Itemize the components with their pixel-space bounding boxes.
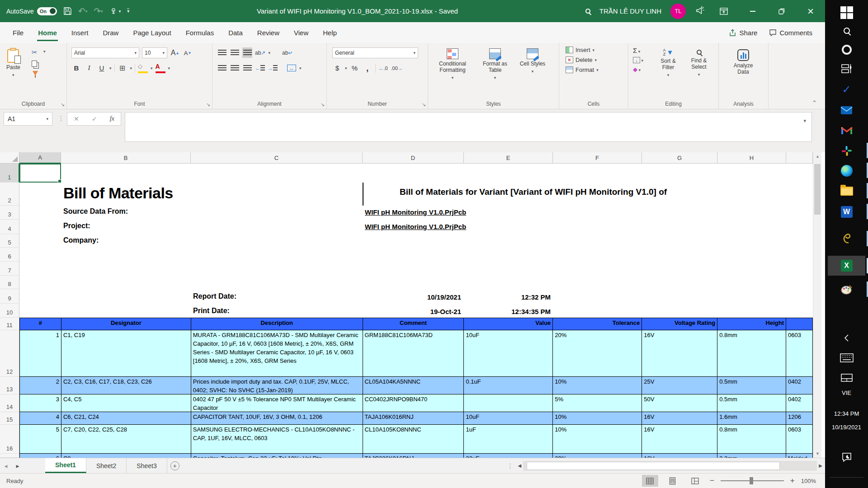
sheet-nav-next-icon[interactable]: ▸ (12, 458, 24, 473)
paint-app-icon[interactable] (836, 281, 858, 299)
bottom-align-icon[interactable] (242, 47, 252, 58)
tab-data[interactable]: Data (221, 24, 250, 41)
orientation-caret[interactable]: ▾ (268, 51, 270, 55)
clear-button[interactable]: ◆ ▾ (633, 66, 643, 73)
tab-home[interactable]: Home (31, 24, 64, 41)
borders-caret[interactable]: ▾ (130, 66, 132, 70)
tab-formulas[interactable]: Formulas (179, 24, 222, 41)
search-icon[interactable] (585, 7, 590, 15)
decrease-decimal-icon[interactable]: .00→ (391, 63, 403, 73)
table-row[interactable]: 1 C1, C19 MURATA - GRM188C81C106MA73D - … (20, 330, 813, 377)
scroll-down-icon[interactable]: ▼ (813, 451, 822, 456)
gmail-icon[interactable] (836, 122, 858, 140)
new-sheet-button[interactable]: + (167, 458, 183, 473)
row-header-17-partial[interactable] (0, 454, 19, 458)
insert-function-icon[interactable]: fx (110, 115, 114, 122)
ribbon-display-options-icon[interactable] (714, 0, 734, 22)
comments-button[interactable]: Comments (769, 29, 812, 37)
touch-mode-icon[interactable]: ▾ (109, 7, 121, 15)
font-color-caret[interactable]: ▾ (168, 66, 170, 70)
share-button[interactable]: Share (729, 29, 757, 37)
top-align-icon[interactable] (217, 47, 227, 58)
orientation-icon[interactable]: ab↗ (255, 47, 265, 58)
table-row[interactable]: 5 C7, C20, C22, C25, C28 SAMSUNG ELECTRO… (20, 425, 813, 454)
close-button[interactable]: × (801, 0, 821, 22)
decrease-indent-icon[interactable]: ← (255, 63, 265, 73)
formula-input[interactable]: ▾ (125, 112, 812, 142)
row-header-9[interactable]: 9 (0, 289, 19, 304)
tab-insert[interactable]: Insert (64, 24, 96, 41)
borders-icon[interactable]: ⊞ (118, 63, 127, 73)
hscroll-left-icon[interactable]: ◀ (518, 463, 522, 468)
font-color-icon[interactable]: A (156, 63, 165, 73)
normal-view-icon[interactable] (642, 475, 658, 487)
zoom-in-icon[interactable]: + (790, 476, 795, 485)
taskbar-chevron-icon[interactable] (836, 329, 858, 347)
clock-date[interactable]: 10/19/2021 (825, 424, 868, 431)
select-all-corner[interactable] (0, 152, 19, 164)
font-name-select[interactable]: Arial▾ (71, 47, 139, 58)
conditional-formatting-button[interactable]: Conditional Formatting ▾ (430, 46, 475, 82)
decrease-font-icon[interactable]: A▼ (183, 48, 193, 58)
tab-draw[interactable]: Draw (95, 24, 126, 41)
excel-app-icon[interactable]: X (836, 257, 858, 275)
cell-styles-button[interactable]: Cell Styles ▾ (515, 46, 550, 82)
edge-browser-icon[interactable] (836, 162, 858, 180)
delete-cells-button[interactable]: ✕ Delete▾ (566, 56, 599, 63)
autosave-toggle[interactable]: AutoSave On (6, 7, 57, 15)
increase-font-icon[interactable]: A▲ (170, 48, 180, 58)
hscroll-thumb[interactable] (527, 462, 780, 470)
minimize-button[interactable] (743, 0, 763, 22)
hscroll-track[interactable] (523, 461, 817, 471)
taskbar-search-icon[interactable] (836, 22, 858, 40)
percent-icon[interactable]: % (350, 63, 360, 73)
font-size-select[interactable]: 10▾ (142, 47, 167, 58)
vertical-scrollbar[interactable]: ▲ ▼ (813, 152, 821, 458)
col-header-A[interactable]: A (19, 152, 61, 164)
align-right-icon[interactable] (242, 63, 252, 73)
currency-caret[interactable]: ▾ (345, 66, 347, 70)
middle-align-icon[interactable] (230, 47, 240, 58)
copy-icon[interactable] (32, 61, 37, 67)
col-header-D[interactable]: D (363, 152, 464, 164)
merge-center-icon[interactable]: ↔ (287, 63, 297, 73)
merge-center-caret[interactable]: ▾ (299, 66, 302, 70)
bold-button[interactable]: B (71, 63, 81, 73)
cut-icon[interactable]: ✂ (32, 48, 38, 56)
gold-app-icon[interactable] (836, 230, 858, 248)
paste-button[interactable]: Paste ▾ (4, 47, 23, 79)
sort-filter-button[interactable]: AZ ▼ Sort & Filter ▾ (654, 46, 683, 79)
autosave-switch[interactable]: On (37, 7, 57, 15)
row-header-5[interactable]: 5 (0, 234, 19, 248)
tab-review[interactable]: Review (250, 24, 287, 41)
row-header-14[interactable]: 14 (0, 394, 19, 412)
row-header-3[interactable]: 3 (0, 206, 19, 220)
collapse-ribbon-icon[interactable]: ⌃ (812, 99, 817, 106)
row-header-4[interactable]: 4 (0, 220, 19, 234)
number-dialog-launcher[interactable]: ↘ (422, 102, 426, 108)
hscroll-right-icon[interactable]: ▶ (819, 463, 822, 468)
row-header-16[interactable]: 16 (0, 425, 19, 454)
alignment-dialog-launcher[interactable]: ↘ (321, 102, 325, 108)
table-row[interactable]: 3 C4, C5 0402 47 pF 50 V ±5 % Tolerance … (20, 394, 813, 412)
zoom-level[interactable]: 100% (801, 478, 816, 484)
italic-button[interactable]: I (84, 63, 94, 73)
confirm-entry-icon[interactable]: ✓ (92, 115, 97, 122)
row-header-15[interactable]: 15 (0, 412, 19, 425)
row-header-10[interactable]: 10 (0, 304, 19, 318)
row-header-13[interactable]: 13 (0, 377, 19, 394)
cancel-entry-icon[interactable]: ✕ (74, 115, 79, 122)
clock-time[interactable]: 12:34 PM (825, 410, 868, 417)
find-select-button[interactable]: Find & Select ▾ (684, 46, 713, 79)
touch-keyboard-icon[interactable] (836, 349, 858, 367)
col-header-partial[interactable] (786, 152, 813, 164)
tab-file[interactable]: File (5, 24, 31, 41)
row-header-6[interactable]: 6 (0, 248, 19, 262)
underline-button[interactable]: U (97, 63, 107, 73)
tab-page-layout[interactable]: Page Layout (126, 24, 178, 41)
project-value[interactable]: WIFI pH Monitoring V1.0.PrjPcb (365, 223, 466, 230)
wrap-text-icon[interactable]: ab↵ (282, 47, 292, 58)
format-painter-icon[interactable] (32, 71, 38, 77)
format-as-table-button[interactable]: Format as Table ▾ (475, 46, 515, 82)
table-row[interactable]: 4 C6, C21, C24 CAPACITOR TANT, 10UF, 16V… (20, 412, 813, 425)
